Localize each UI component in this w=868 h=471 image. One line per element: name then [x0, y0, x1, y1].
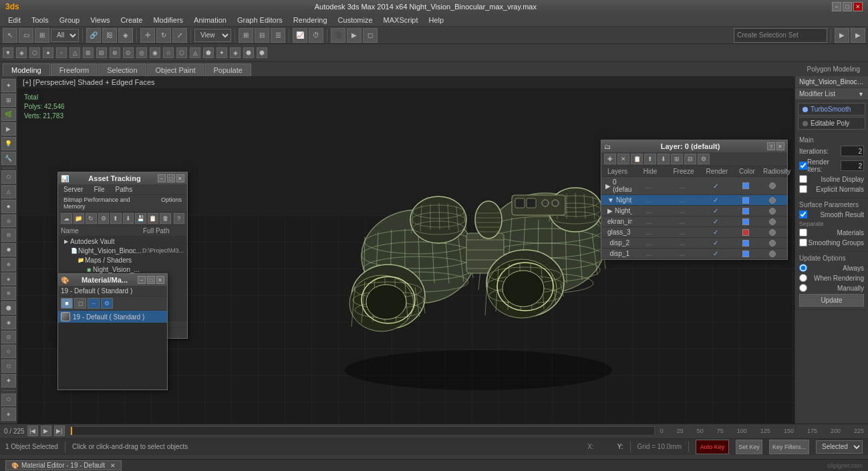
- mp-smooth-result-check[interactable]: [799, 210, 807, 218]
- tb-play[interactable]: ▶: [835, 28, 849, 43]
- at-btn8[interactable]: 📋: [148, 213, 159, 224]
- tb2-btn5[interactable]: ◦: [56, 47, 67, 58]
- tb-link[interactable]: 🔗: [86, 28, 101, 43]
- lm-row-disp2[interactable]: disp_2 ... ... ✓: [601, 238, 787, 249]
- tb-align[interactable]: ⊟: [255, 28, 269, 43]
- lm-close[interactable]: ✕: [776, 142, 784, 150]
- mp-explicit-check[interactable]: [799, 185, 807, 193]
- at-row-vault[interactable]: ▶ Autodesk Vault: [58, 237, 187, 246]
- lm-up[interactable]: ⬆: [644, 154, 656, 164]
- tb-bind[interactable]: ◈: [118, 28, 133, 43]
- lm-expand[interactable]: ⊞: [671, 154, 683, 164]
- mp-render-iters-check[interactable]: [799, 162, 807, 170]
- asset-tracking-titlebar[interactable]: 📊 Asset Tracking − □ ✕: [58, 172, 187, 184]
- prev-frame-btn[interactable]: |◀: [27, 426, 38, 436]
- tb2-btn3[interactable]: ⬡: [29, 47, 40, 58]
- tb-scale[interactable]: ⤢: [172, 28, 187, 43]
- play-btn[interactable]: ▶: [41, 426, 51, 436]
- lm-row-disp1[interactable]: disp_1 ... ... ✓: [601, 249, 787, 259]
- tb2-btn11[interactable]: ◎: [136, 47, 147, 58]
- menu-views[interactable]: Views: [85, 15, 115, 25]
- lm-delete[interactable]: ✕: [617, 154, 629, 164]
- at-row-nvb[interactable]: 📄 Night_Vision_Binoc... D:\Project\M3...: [58, 246, 187, 255]
- tb-rotate[interactable]: ↻: [156, 28, 171, 43]
- menu-group[interactable]: Group: [54, 15, 86, 25]
- lm-down[interactable]: ⬇: [658, 154, 670, 164]
- minimize-button[interactable]: −: [832, 2, 841, 11]
- at-close[interactable]: ✕: [176, 174, 184, 182]
- lm-row-default[interactable]: ▶ 0 (default) ... ... ✓: [601, 177, 787, 195]
- me-tb4[interactable]: ⚙: [101, 298, 113, 309]
- at-row-maps[interactable]: 📁 Maps / Shaders: [58, 255, 187, 265]
- tool-s7[interactable]: ⊕: [1, 258, 16, 271]
- menu-graph-editors[interactable]: Graph Editors: [232, 15, 288, 25]
- menu-rendering[interactable]: Rendering: [288, 15, 333, 25]
- auto-key-btn[interactable]: Auto Key: [696, 440, 729, 454]
- menu-help[interactable]: Help: [424, 15, 450, 25]
- at-options[interactable]: Options: [156, 195, 187, 211]
- lm-color-default[interactable]: [732, 182, 759, 189]
- tab-object-paint[interactable]: Object Paint: [147, 63, 204, 76]
- lm-help[interactable]: ?: [767, 142, 775, 150]
- at-btn9[interactable]: 🗑: [160, 213, 171, 224]
- tb-select-region[interactable]: ▭: [19, 28, 33, 43]
- key-filters-btn[interactable]: Key Filters...: [769, 440, 809, 454]
- close-button[interactable]: ✕: [853, 2, 863, 11]
- tool-modify[interactable]: ⊞: [1, 94, 16, 107]
- viewport-3d[interactable]: [+] [Perspective] Shaded + Edged Faces T…: [17, 76, 868, 424]
- tb-unlink[interactable]: ⛓: [102, 28, 117, 43]
- me-tb2[interactable]: ◻: [74, 298, 86, 309]
- lm-row-glass3[interactable]: glass_3 ... ... ✓: [601, 227, 787, 238]
- at-btn4[interactable]: ⚙: [98, 213, 110, 224]
- tab-populate[interactable]: Populate: [204, 63, 251, 76]
- tool-display[interactable]: 💡: [1, 137, 16, 150]
- tool-s10[interactable]: ⬤: [1, 301, 16, 315]
- tool-s2[interactable]: △: [1, 185, 16, 198]
- tb2-btn15[interactable]: ◬: [190, 47, 200, 58]
- at-btn-help[interactable]: ?: [174, 213, 185, 224]
- at-row-t1[interactable]: ■ Night_Vision_...: [58, 265, 187, 274]
- tool-s12[interactable]: ⊡: [1, 331, 16, 344]
- tb2-btn9[interactable]: ⊛: [110, 47, 120, 58]
- tb2-btn14[interactable]: ⬡: [176, 47, 187, 58]
- tb-select-all[interactable]: ⊞: [35, 28, 49, 43]
- tb2-btn8[interactable]: ⊟: [96, 47, 107, 58]
- lm-titlebar[interactable]: 🗂 Layer: 0 (default) ? ✕: [601, 140, 787, 152]
- tool-utilities[interactable]: 🔧: [1, 152, 16, 165]
- me-material-slot[interactable]: 19 - Default ( Standard ): [58, 311, 167, 323]
- tb2-btn16[interactable]: ⬟: [203, 47, 214, 58]
- lm-color-nvb[interactable]: [732, 197, 759, 204]
- at-btn1[interactable]: ☁: [61, 213, 72, 224]
- mp-isoline-check[interactable]: [799, 175, 807, 183]
- tb-layer-mgr[interactable]: ☰: [271, 28, 285, 43]
- tb-filter-dropdown[interactable]: All: [51, 29, 79, 42]
- tb-select-btn[interactable]: ↖: [3, 28, 17, 43]
- tool-r2[interactable]: ◈: [1, 408, 16, 421]
- tool-s4[interactable]: ◎: [1, 214, 16, 228]
- tool-create[interactable]: ✦: [1, 79, 16, 92]
- lm-collapse[interactable]: ⊟: [684, 154, 696, 164]
- me-tb1[interactable]: ■: [61, 298, 73, 309]
- me-tb3[interactable]: →: [88, 298, 100, 309]
- lm-settings[interactable]: ⚙: [698, 154, 710, 164]
- tool-hierarchy[interactable]: 🌿: [1, 108, 16, 122]
- at-menu-paths[interactable]: Paths: [110, 184, 138, 194]
- tb2-btn12[interactable]: ◉: [150, 47, 160, 58]
- tb-render[interactable]: ▶: [347, 28, 361, 43]
- at-btn6[interactable]: ⬇: [123, 213, 134, 224]
- menu-create[interactable]: Create: [115, 15, 148, 25]
- mp-iterations-input[interactable]: [841, 146, 864, 156]
- lm-row-nvbinoc[interactable]: ▼ Night_Vision_Binoc... ... ... ✓: [601, 195, 787, 206]
- tb2-btn7[interactable]: ⊞: [83, 47, 94, 58]
- menu-edit[interactable]: Edit: [3, 15, 26, 25]
- at-btn3[interactable]: ↻: [86, 213, 97, 224]
- lm-row-ekran[interactable]: ekran_in ... ... ✓: [601, 216, 787, 227]
- tool-motion[interactable]: ▶: [1, 122, 16, 136]
- menu-animation[interactable]: Animation: [188, 15, 232, 25]
- timeline-track[interactable]: [70, 426, 655, 436]
- next-frame-btn[interactable]: ▶|: [54, 426, 65, 436]
- mp-materials-check[interactable]: [799, 228, 807, 237]
- at-btn7[interactable]: 💾: [135, 213, 146, 224]
- mp-when-rendering-radio[interactable]: [799, 274, 807, 282]
- tab-freeform[interactable]: Freeform: [51, 63, 98, 76]
